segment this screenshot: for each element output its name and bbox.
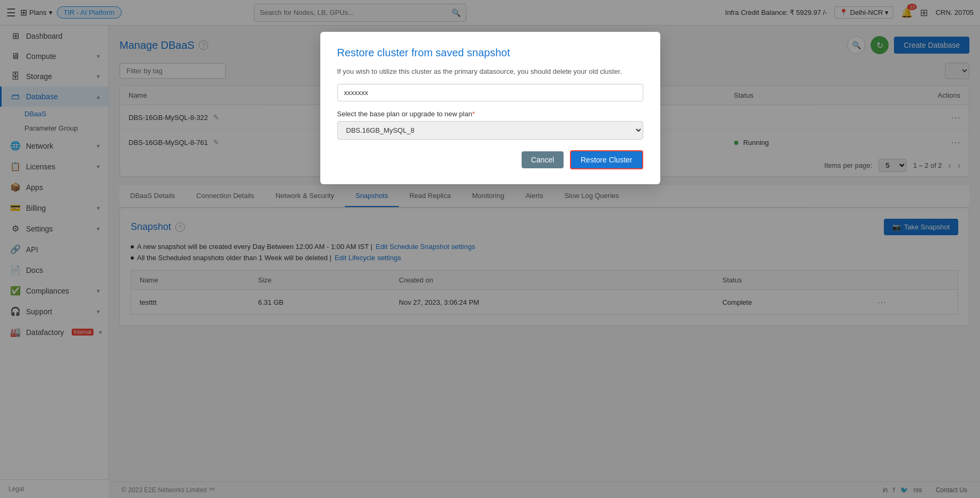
modal-actions: Cancel Restore Cluster <box>337 150 643 169</box>
restore-cluster-modal: Restore cluster from saved snapshot If y… <box>320 32 660 184</box>
restore-cluster-button[interactable]: Restore Cluster <box>570 150 643 169</box>
plan-select-label: Select the base plan or upgrade to new p… <box>337 110 643 118</box>
modal-info-text: If you wish to utilize this cluster as t… <box>337 67 643 75</box>
required-indicator: * <box>472 110 475 118</box>
plan-select[interactable]: DBS.16GB_MySQL_8 DBS.8GB_MySQL_8 DBS.32G… <box>337 121 643 140</box>
cluster-name-input[interactable] <box>337 84 643 101</box>
modal-title: Restore cluster from saved snapshot <box>337 47 643 59</box>
modal-overlay: Restore cluster from saved snapshot If y… <box>0 0 980 498</box>
cancel-button[interactable]: Cancel <box>522 151 564 168</box>
